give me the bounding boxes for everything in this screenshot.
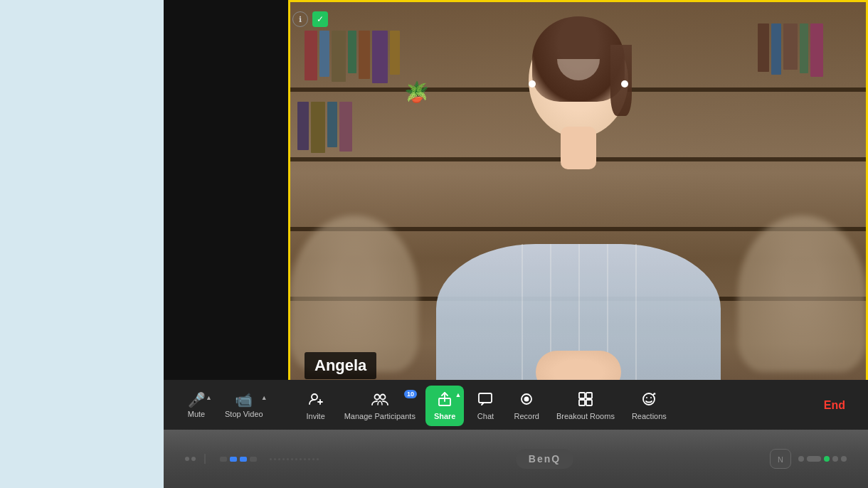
power-dot-2 [832,456,838,462]
manage-participants-button[interactable]: Manage Participants 10 [337,387,423,425]
power-led [824,456,830,462]
record-label: Record [514,412,539,420]
info-icon: ℹ [292,11,308,27]
mute-icon: 🎤 [188,393,206,407]
end-label: End [824,399,845,411]
chair-right [738,216,866,372]
mute-label: Mute [188,410,205,418]
person-neck [561,127,596,169]
svg-point-16 [654,393,656,395]
benq-logo: BenQ [516,449,573,469]
bezel-left-controls [185,454,319,464]
speaker-grille [270,458,319,460]
nfc-label: N [778,455,783,464]
svg-point-15 [650,397,652,398]
share-icon [437,391,452,409]
video-area: ℹ ✓ [164,0,868,431]
chat-label: Chat [477,412,494,420]
bezel-right-controls: N [770,449,847,469]
invite-label: Invite [306,412,324,420]
power-toggle[interactable] [807,456,821,462]
main-video-feed: 🪴 [288,0,868,431]
earbud-right [621,80,628,87]
monitor-screen: ℹ ✓ [164,0,868,431]
shield-icon: ✓ [312,11,328,27]
toolbar: 🎤 Mute ▲ 📹 Stop Video ▲ [164,380,868,431]
svg-point-8 [524,396,529,401]
svg-rect-12 [586,400,592,405]
participants-badge: 10 [404,390,417,398]
share-button[interactable]: Share ▲ [425,386,465,426]
monitor: ℹ ✓ [164,0,868,488]
power-controls [798,456,847,462]
usb-port-4 [250,457,257,462]
mute-button[interactable]: 🎤 Mute ▲ [178,388,215,423]
end-button[interactable]: End [815,393,854,418]
svg-rect-10 [586,393,592,398]
power-dot-1 [798,456,804,462]
invite-button[interactable]: Invite [297,387,334,425]
bezel-dot-1 [185,457,189,461]
usb-port-1 [220,457,227,462]
breakout-rooms-label: Breakout Rooms [556,412,615,420]
reactions-label: Reactions [632,412,667,420]
earbud-left [529,80,536,87]
books-shelf-2 [297,102,352,153]
stop-video-icon: 📹 [235,393,253,407]
breakout-rooms-icon [578,391,593,409]
person-ponytail [610,45,632,116]
svg-point-14 [646,397,647,398]
bezel-divider-1 [204,454,206,464]
books-top-right [758,23,823,77]
stop-video-chevron[interactable]: ▲ [261,394,268,401]
participant-name-label: Angela [305,352,376,379]
record-button[interactable]: Record [507,387,546,425]
video-background: 🪴 [290,2,866,429]
info-icons-bar: ℹ ✓ [288,9,332,30]
power-dot-3 [841,456,847,462]
chat-button[interactable]: Chat [467,387,504,425]
usb-port-3 [240,457,247,462]
books-top [305,31,400,83]
self-view-panel [164,0,288,431]
share-label: Share [434,412,456,420]
svg-point-3 [374,394,379,399]
left-background [0,0,164,488]
svg-point-4 [380,394,385,399]
stop-video-button[interactable]: 📹 Stop Video ▲ [218,388,270,423]
svg-rect-11 [579,400,585,405]
chat-icon [477,391,493,409]
record-icon [519,391,534,409]
reactions-icon [641,391,657,409]
mute-chevron[interactable]: ▲ [206,394,212,401]
usb-ports [220,457,257,462]
manage-participants-label: Manage Participants [344,412,416,420]
plant-decor: 🪴 [404,80,429,104]
invite-icon [308,391,324,409]
breakout-rooms-button[interactable]: Breakout Rooms [549,387,622,425]
svg-point-0 [312,394,317,400]
stop-video-label: Stop Video [225,410,263,418]
usb-port-2 [230,457,237,462]
nfc-area: N [770,449,791,469]
reactions-button[interactable]: Reactions [625,387,674,425]
svg-rect-9 [579,393,585,398]
share-chevron[interactable]: ▲ [455,391,462,398]
chair-left [290,216,418,372]
bezel-dot-2 [191,457,196,461]
monitor-bezel: BenQ N [164,430,868,488]
svg-rect-6 [479,393,492,403]
manage-participants-icon [371,391,388,409]
bezel-dots [185,457,196,461]
